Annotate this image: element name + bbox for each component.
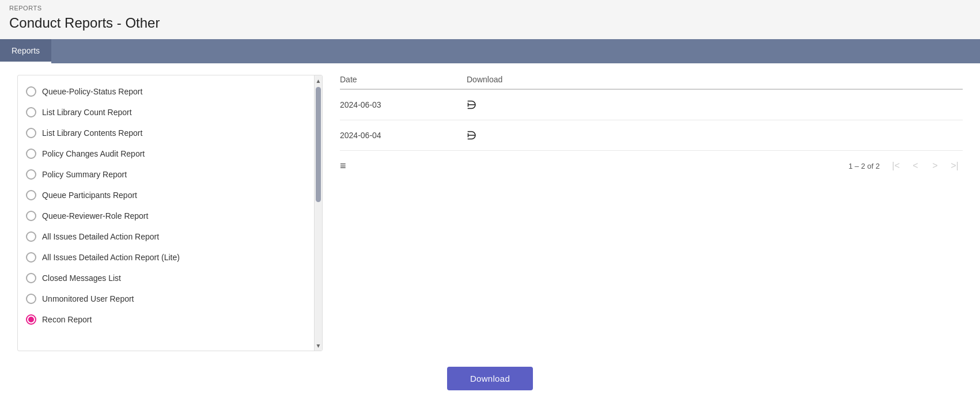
report-label-queue-reviewer-role: Queue-Reviewer-Role Report <box>42 211 148 220</box>
report-table-panel: Date Download 2024-06-03⋻2024-06-04⋻ ≡ 1… <box>340 75 963 358</box>
report-item-policy-changes-audit[interactable]: Policy Changes Audit Report <box>18 143 314 164</box>
report-item-list-library-contents[interactable]: List Library Contents Report <box>18 123 314 143</box>
report-label-policy-changes-audit: Policy Changes Audit Report <box>42 149 145 158</box>
report-label-recon-report: Recon Report <box>42 315 92 324</box>
report-item-list-library-count[interactable]: List Library Count Report <box>18 102 314 123</box>
report-item-closed-messages[interactable]: Closed Messages List <box>18 268 314 288</box>
radio-list-library-contents <box>26 128 36 138</box>
download-row-icon[interactable]: ⋻ <box>467 129 476 142</box>
radio-recon-report <box>26 314 36 325</box>
download-row-icon[interactable]: ⋻ <box>467 98 476 111</box>
report-label-queue-participants: Queue Participants Report <box>42 191 137 200</box>
report-label-policy-summary: Policy Summary Report <box>42 170 127 179</box>
report-label-list-library-count: List Library Count Report <box>42 108 132 117</box>
page-title: Conduct Reports - Other <box>0 13 980 39</box>
report-item-all-issues-detailed-lite[interactable]: All Issues Detailed Action Report (Lite) <box>18 247 314 268</box>
last-page-button[interactable]: >| <box>947 158 963 174</box>
report-item-queue-participants[interactable]: Queue Participants Report <box>18 185 314 206</box>
radio-policy-changes-audit <box>26 149 36 159</box>
report-item-recon-report[interactable]: Recon Report <box>18 309 314 330</box>
scrollbar-thumb-area <box>315 85 322 341</box>
radio-list-library-count <box>26 107 36 117</box>
report-list-panel: Queue-Policy-Status ReportList Library C… <box>17 75 323 351</box>
report-label-unmonitored-user: Unmonitored User Report <box>42 294 134 303</box>
radio-closed-messages <box>26 273 36 283</box>
table-row: 2024-06-03⋻ <box>340 90 963 120</box>
tab-reports[interactable]: Reports <box>0 39 51 63</box>
content-row: Queue-Policy-Status ReportList Library C… <box>17 75 963 358</box>
breadcrumb: REPORTS <box>0 0 980 13</box>
radio-queue-participants <box>26 190 36 200</box>
report-item-queue-reviewer-role[interactable]: Queue-Reviewer-Role Report <box>18 206 314 226</box>
report-list-items: Queue-Policy-Status ReportList Library C… <box>18 75 314 351</box>
scroll-up-arrow[interactable]: ▲ <box>315 77 323 85</box>
table-cell-download[interactable]: ⋻ <box>467 98 963 112</box>
radio-queue-policy-status <box>26 86 36 97</box>
scrollbar-track: ▲ ▼ <box>314 75 322 351</box>
table-rows: 2024-06-03⋻2024-06-04⋻ <box>340 90 963 151</box>
report-label-closed-messages: Closed Messages List <box>42 273 121 283</box>
radio-unmonitored-user <box>26 294 36 304</box>
col-download-header: Download <box>467 75 963 84</box>
first-page-button[interactable]: |< <box>888 158 904 174</box>
next-page-button[interactable]: > <box>927 158 943 174</box>
scrollbar-thumb <box>316 87 321 202</box>
radio-queue-reviewer-role <box>26 211 36 221</box>
report-label-all-issues-detailed-lite: All Issues Detailed Action Report (Lite) <box>42 253 180 262</box>
table-cell-date: 2024-06-04 <box>340 131 467 140</box>
radio-policy-summary <box>26 169 36 180</box>
table-row: 2024-06-04⋻ <box>340 120 963 151</box>
download-button[interactable]: Download <box>447 367 533 390</box>
main-content: Queue-Policy-Status ReportList Library C… <box>0 63 980 403</box>
tab-bar: Reports <box>0 39 980 63</box>
radio-all-issues-detailed <box>26 231 36 242</box>
report-label-list-library-contents: List Library Contents Report <box>42 128 142 138</box>
col-date-header: Date <box>340 75 467 84</box>
table-cell-date: 2024-06-03 <box>340 100 467 109</box>
table-cell-download[interactable]: ⋻ <box>467 128 963 142</box>
table-footer: ≡ 1 – 2 of 2 |< < > >| <box>340 151 963 174</box>
report-label-all-issues-detailed: All Issues Detailed Action Report <box>42 232 159 241</box>
report-item-all-issues-detailed[interactable]: All Issues Detailed Action Report <box>18 226 314 247</box>
filter-icon[interactable]: ≡ <box>340 160 346 172</box>
scroll-down-arrow[interactable]: ▼ <box>315 341 323 349</box>
bottom-bar: Download <box>17 358 963 396</box>
pagination: 1 – 2 of 2 |< < > >| <box>849 158 963 174</box>
prev-page-button[interactable]: < <box>907 158 924 174</box>
radio-all-issues-detailed-lite <box>26 252 36 263</box>
report-item-unmonitored-user[interactable]: Unmonitored User Report <box>18 288 314 309</box>
report-item-policy-summary[interactable]: Policy Summary Report <box>18 164 314 185</box>
report-label-queue-policy-status: Queue-Policy-Status Report <box>42 87 142 96</box>
pagination-info: 1 – 2 of 2 <box>849 162 880 170</box>
table-header: Date Download <box>340 75 963 90</box>
report-item-queue-policy-status[interactable]: Queue-Policy-Status Report <box>18 81 314 102</box>
